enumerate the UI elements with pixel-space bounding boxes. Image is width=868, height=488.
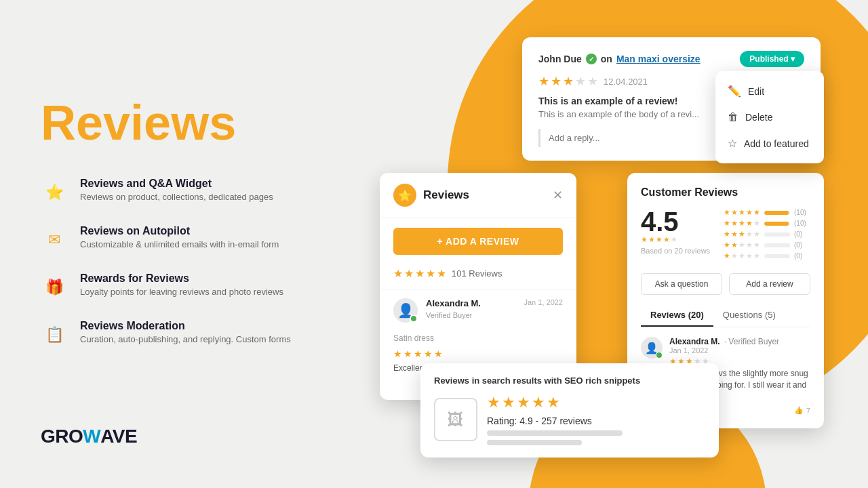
feature-desc-rewards: Loyalty points for leaving reviews and p… <box>80 287 283 297</box>
reviewer-stars: ★ ★ ★ ★ ★ <box>380 346 576 362</box>
reviewer-verified-label: Verified Buyer <box>426 311 472 319</box>
rating-bar-1: ★★★★★ (0) <box>724 251 810 260</box>
left-panel: Reviews ⭐ Reviews and Q&A Widget Reviews… <box>0 0 393 488</box>
rewards-icon: 🎁 <box>41 274 68 301</box>
reviewer-verified-badge <box>410 314 418 323</box>
ask-question-button[interactable]: Ask a question <box>641 273 722 295</box>
bar-count-1: (0) <box>794 252 810 260</box>
reviewer-item: 👤 Alexandra M. Jan 1, 2022 Verified Buye… <box>380 289 576 331</box>
seo-card-title: Reviews in search results with SEO rich … <box>434 375 705 386</box>
admin-username: John Due <box>538 54 582 64</box>
cust-thumbs-count: 7 <box>806 407 810 415</box>
seo-placeholder-bar-2 <box>487 440 582 445</box>
page-title: Reviews <box>41 95 353 150</box>
widget-icon: ⭐ <box>41 179 68 206</box>
admin-card-header: John Due ✓ on Man maxi oversize Publishe… <box>538 51 804 67</box>
review-count: 101 Reviews <box>452 268 502 279</box>
widget-stars: ★ ★ ★ ★ ★ <box>393 267 446 280</box>
image-icon: 🖼 <box>448 410 464 429</box>
customer-reviews-title: Customer Reviews <box>641 186 810 199</box>
admin-on-text: on <box>601 54 612 64</box>
customer-tabs: Reviews (20) Questions (5) <box>641 304 810 327</box>
feature-item-autopilot: ✉ Reviews on Autopilot Customizable & un… <box>41 225 353 253</box>
moderation-icon: 📋 <box>41 321 68 348</box>
tab-questions[interactable]: Questions (5) <box>713 304 785 327</box>
customer-verified-badge <box>656 352 663 359</box>
widget-header: ⭐ Reviews ✕ <box>380 173 576 218</box>
dropdown-item-delete[interactable]: 🗑 Delete <box>715 104 824 130</box>
seo-image-placeholder: 🖼 <box>434 398 477 441</box>
cust-verified-label: · Verified Buyer <box>724 337 779 346</box>
seo-rating-row: ★ ★ ★ ★ ★ Rating: 4.9 - 257 reviews <box>487 394 623 445</box>
published-button[interactable]: Published ▾ <box>740 51 804 67</box>
delete-icon: 🗑 <box>728 111 738 123</box>
logo-text-after: AVE <box>100 426 137 447</box>
edit-icon: ✏️ <box>728 85 741 98</box>
reviewer-date: Jan 1, 2022 <box>524 298 564 308</box>
seo-placeholder-bar-1 <box>487 430 623 436</box>
bar-count-4: (10) <box>794 220 810 227</box>
feature-item-moderation: 📋 Reviews Moderation Curation, auto-publ… <box>41 320 353 348</box>
dropdown-item-edit[interactable]: ✏️ Edit <box>715 78 824 104</box>
admin-user-info: John Due ✓ on Man maxi oversize <box>538 54 701 64</box>
features-list: ⭐ Reviews and Q&A Widget Reviews on prod… <box>41 178 353 348</box>
rating-bar-4: ★★★★★ (10) <box>724 219 810 228</box>
feature-desc-autopilot: Customizable & unlimited emails with in-… <box>80 239 279 249</box>
rating-bar-3: ★★★★★ (0) <box>724 230 810 239</box>
review-count-row: ★ ★ ★ ★ ★ 101 Reviews <box>380 264 576 289</box>
feature-item-widget: ⭐ Reviews and Q&A Widget Reviews on prod… <box>41 178 353 206</box>
add-review-button-customer[interactable]: Add a review <box>729 273 810 295</box>
customer-actions: Ask a question Add a review <box>641 273 810 295</box>
add-review-button[interactable]: + ADD A REVIEW <box>393 228 563 255</box>
rating-bar-2: ★★★★★ (0) <box>724 241 810 249</box>
widget-close-button[interactable]: ✕ <box>553 188 563 203</box>
admin-stars: ★ ★ ★ ★ ★ <box>538 74 598 89</box>
admin-dropdown-menu: ✏️ Edit 🗑 Delete ☆ Add to featured <box>715 71 824 163</box>
bar-count-5: (10) <box>794 209 810 216</box>
dropdown-item-featured[interactable]: ☆ Add to featured <box>715 130 824 157</box>
rating-bar-5: ★★★★★ (10) <box>724 208 810 217</box>
autopilot-icon: ✉ <box>41 226 68 253</box>
bar-count-3: (0) <box>794 230 810 238</box>
dropdown-featured-label: Add to featured <box>744 138 809 149</box>
widget-title-row: ⭐ Reviews <box>393 184 469 207</box>
rating-based-on: Based on 20 reviews <box>641 247 710 255</box>
feature-heading-rewards: Rewards for Reviews <box>80 272 283 285</box>
cust-reviewer-name: Alexandra M. <box>669 337 720 346</box>
widget-star-icon: ⭐ <box>393 184 416 207</box>
admin-verified-badge: ✓ <box>586 54 597 64</box>
reviewer-info: Alexandra M. Jan 1, 2022 Verified Buyer <box>426 298 563 321</box>
feature-heading-widget: Reviews and Q&A Widget <box>80 178 273 190</box>
cust-thumbs-icon: 👍 <box>794 406 804 415</box>
rating-bars: ★★★★★ (10) ★★★★★ (10) ★★★★★ (0) ★★★★★ <box>724 208 810 262</box>
feature-desc-widget: Reviews on product, collections, dedicat… <box>80 192 273 202</box>
reviewer-avatar: 👤 <box>393 298 418 323</box>
tab-reviews[interactable]: Reviews (20) <box>641 304 713 327</box>
feature-heading-moderation: Reviews Moderation <box>80 320 291 332</box>
growave-logo: GRO W AVE <box>41 426 353 447</box>
seo-stars: ★ ★ ★ ★ ★ <box>487 394 623 411</box>
reviewer-name: Alexandra M. <box>426 298 481 308</box>
widget-title: Reviews <box>423 188 469 202</box>
seo-card: Reviews in search results with SEO rich … <box>420 363 719 458</box>
cust-review-date: Jan 1, 2022 <box>669 346 810 354</box>
feature-item-rewards: 🎁 Rewards for Reviews Loyalty points for… <box>41 272 353 301</box>
feature-desc-moderation: Curation, auto-publishing, and replying.… <box>80 334 291 344</box>
admin-review-date: 12.04.2021 <box>604 77 648 87</box>
seo-rating-text: Rating: 4.9 - 257 reviews <box>487 415 623 426</box>
right-area: John Due ✓ on Man maxi oversize Publishe… <box>339 0 868 488</box>
star-icon: ☆ <box>728 137 737 150</box>
logo-wave-letter: W <box>83 426 100 447</box>
logo-text-before: GRO <box>41 426 83 447</box>
dropdown-delete-label: Delete <box>745 112 772 123</box>
big-rating: 4.5 <box>641 208 710 235</box>
rating-overview: 4.5 ★ ★ ★ ★ ★ Based on 20 reviews ★★★★★ … <box>641 208 810 262</box>
dropdown-edit-label: Edit <box>748 86 764 97</box>
seo-card-content: 🖼 ★ ★ ★ ★ ★ Rating: 4.9 - 257 reviews <box>434 394 705 445</box>
admin-product-link[interactable]: Man maxi oversize <box>616 54 701 64</box>
bar-count-2: (0) <box>794 241 810 249</box>
reviewer-product: Satin dress <box>380 331 576 346</box>
customer-reviewer-avatar: 👤 <box>641 337 663 359</box>
feature-heading-autopilot: Reviews on Autopilot <box>80 225 279 237</box>
customer-rating-stars: ★ ★ ★ ★ ★ <box>641 235 710 244</box>
